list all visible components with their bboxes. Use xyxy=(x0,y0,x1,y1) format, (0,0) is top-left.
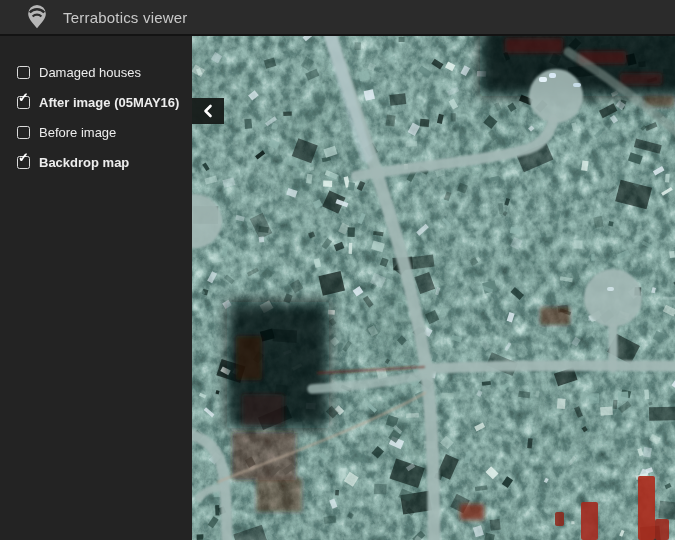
chevron-left-icon xyxy=(202,104,214,118)
checkmark-icon: ✓ xyxy=(18,151,29,164)
header: Terrabotics viewer xyxy=(0,0,675,36)
app-window: Terrabotics viewer Damaged houses ✓ Afte… xyxy=(0,0,675,540)
layers-sidebar: Damaged houses ✓ After image (05MAY16) B… xyxy=(0,36,192,540)
layer-toggle-backdrop-map[interactable]: ✓ Backdrop map xyxy=(17,151,192,173)
satellite-map-svg xyxy=(192,36,675,540)
checkmark-icon: ✓ xyxy=(18,91,29,104)
map-viewport[interactable] xyxy=(192,36,675,540)
layer-label: After image (05MAY16) xyxy=(39,95,179,110)
checkbox-after-image: ✓ xyxy=(17,96,30,109)
checkbox-before-image xyxy=(17,126,30,139)
layer-label: Damaged houses xyxy=(39,65,141,80)
layer-label: Backdrop map xyxy=(39,155,129,170)
layer-toggle-after-image[interactable]: ✓ After image (05MAY16) xyxy=(17,91,192,113)
layer-toggle-before-image[interactable]: Before image xyxy=(17,121,192,143)
logo-svg xyxy=(24,4,50,30)
layer-toggle-damaged-houses[interactable]: Damaged houses xyxy=(17,61,192,83)
app-title: Terrabotics viewer xyxy=(63,9,187,26)
layer-label: Before image xyxy=(39,125,116,140)
checkbox-damaged-houses xyxy=(17,66,30,79)
collapse-sidebar-button[interactable] xyxy=(192,98,224,124)
checkbox-backdrop-map: ✓ xyxy=(17,156,30,169)
terrabotics-logo-icon xyxy=(23,4,50,31)
